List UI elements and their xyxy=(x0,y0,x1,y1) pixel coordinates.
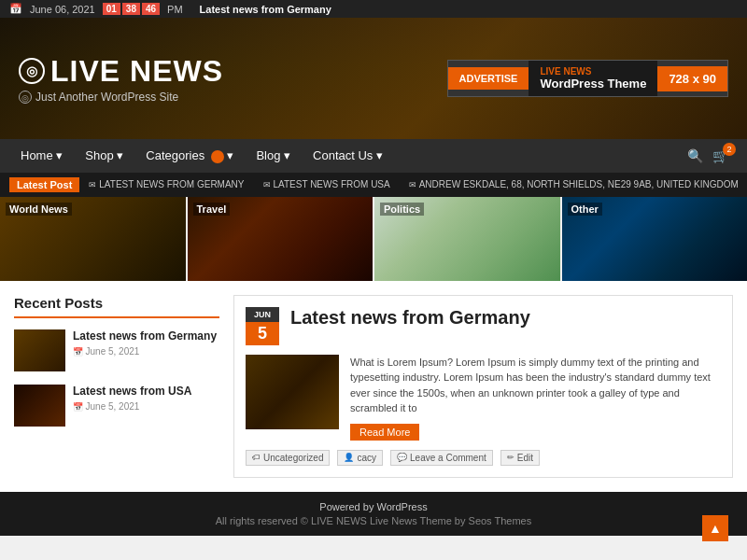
meta-category-label: Uncategorized xyxy=(263,453,323,463)
nav-item-shop[interactable]: Shop ▾ xyxy=(74,139,134,172)
latest-item-2: ANDREW ESKDALE, 68, NORTH SHIELDS, NE29 … xyxy=(409,179,738,189)
recent-post-info-0: Latest news from Germany June 5, 2021 xyxy=(73,329,217,357)
site-title: LIVE NEWS xyxy=(19,54,223,89)
ad-wp-theme: WordPress Theme xyxy=(540,77,646,91)
recent-post-date-0: June 5, 2021 xyxy=(73,346,217,357)
cat-other-label: Other xyxy=(568,203,602,216)
featured-post: Jun 5 Latest news from Germany What is L… xyxy=(233,295,733,478)
header-content: LIVE NEWS ◎ Just Another WordPress Site … xyxy=(0,54,747,104)
nav-link-home[interactable]: Home ▾ xyxy=(9,139,74,172)
sidebar: Recent Posts Latest news from Germany Ju… xyxy=(14,295,219,478)
featured-text: What is Lorem Ipsum? Lorem Ipsum is simp… xyxy=(350,355,721,441)
recent-post-title-0: Latest news from Germany xyxy=(73,329,217,344)
date-text: June 06, 2021 xyxy=(30,4,95,15)
read-more-button[interactable]: Read More xyxy=(350,424,419,441)
site-brand: LIVE NEWS ◎ Just Another WordPress Site xyxy=(19,54,223,104)
search-icon[interactable]: 🔍 xyxy=(687,148,703,163)
post-meta: 🏷 Uncategorized 👤 cacy 💬 Leave a Comment… xyxy=(246,450,721,466)
date-display: 📅 xyxy=(9,3,22,15)
categories-badge-icon xyxy=(211,150,224,163)
recent-thumb-0 xyxy=(14,329,65,371)
ad-left: ADVERTISE xyxy=(448,67,529,90)
compass-small-icon: ◎ xyxy=(19,91,32,104)
timer-hours: 01 xyxy=(103,3,120,15)
meta-category[interactable]: 🏷 Uncategorized xyxy=(246,450,330,466)
latest-item-0: LATEST NEWS FROM GERMANY xyxy=(89,179,244,189)
ampm: PM xyxy=(167,4,183,15)
date-badge: Jun 5 xyxy=(246,307,279,345)
cat-travel[interactable]: Travel xyxy=(188,197,374,281)
recent-post-title-1: Latest news from USA xyxy=(73,385,191,399)
timer-minutes: 38 xyxy=(122,3,140,15)
featured-post-title: Latest news from Germany xyxy=(290,307,530,329)
post-month: Jun xyxy=(246,307,279,322)
compass-icon xyxy=(19,58,45,84)
scroll-to-top-button[interactable]: ▲ xyxy=(702,515,728,536)
post-day: 5 xyxy=(258,324,267,343)
featured-image xyxy=(246,355,339,429)
meta-edit-label: Edit xyxy=(517,453,533,463)
cat-other[interactable]: Other xyxy=(562,197,748,281)
recent-post-date-1: June 5, 2021 xyxy=(73,401,191,412)
nav-link-contact[interactable]: Contact Us ▾ xyxy=(302,139,394,172)
cat-travel-label: Travel xyxy=(193,203,231,216)
edit-icon: ✏ xyxy=(507,453,514,462)
site-footer: Powered by WordPress All rights reserved… xyxy=(0,492,747,536)
recent-post-1[interactable]: Latest news from USA June 5, 2021 xyxy=(14,385,219,427)
cat-world-label: World News xyxy=(6,203,72,216)
nav-item-categories[interactable]: Categories ▾ xyxy=(134,139,245,173)
featured-post-header: Jun 5 Latest news from Germany xyxy=(246,307,721,345)
nav-link-categories[interactable]: Categories ▾ xyxy=(134,139,245,173)
top-headline: Latest news from Germany xyxy=(200,4,331,15)
recent-thumb-1 xyxy=(14,385,65,427)
latest-post-bar: Latest Post LATEST NEWS FROM GERMANY LAT… xyxy=(0,173,747,197)
nav-menu: Home ▾ Shop ▾ Categories ▾ Blog ▾ Contac… xyxy=(0,139,747,173)
ad-center: LIVE NEWS WordPress Theme xyxy=(529,61,657,96)
site-header: LIVE NEWS ◎ Just Another WordPress Site … xyxy=(0,18,747,139)
cart-icon-wrap[interactable]: 🛒 2 xyxy=(712,148,728,163)
featured-excerpt: What is Lorem Ipsum? Lorem Ipsum is simp… xyxy=(350,355,721,416)
ad-dimensions: 728 x 90 xyxy=(657,66,727,91)
nav-item-home[interactable]: Home ▾ xyxy=(9,139,74,172)
meta-edit[interactable]: ✏ Edit xyxy=(500,450,540,466)
nav-bar: Home ▾ Shop ▾ Categories ▾ Blog ▾ Contac… xyxy=(0,139,747,173)
ad-banner[interactable]: ADVERTISE LIVE NEWS WordPress Theme 728 … xyxy=(447,60,729,97)
meta-author-label: cacy xyxy=(357,453,376,463)
latest-post-label: Latest Post xyxy=(9,177,79,192)
sidebar-title: Recent Posts xyxy=(14,295,219,318)
featured-body: What is Lorem Ipsum? Lorem Ipsum is simp… xyxy=(246,355,721,441)
footer-copyright: All rights reserved © LIVE NEWS Live New… xyxy=(9,515,738,526)
top-bar: 📅 June 06, 2021 01 38 46 PM Latest news … xyxy=(0,0,747,18)
nav-link-blog[interactable]: Blog ▾ xyxy=(245,139,302,172)
timer: 01 38 46 xyxy=(103,3,160,15)
recent-post-info-1: Latest news from USA June 5, 2021 xyxy=(73,385,191,413)
latest-item-1: LATEST NEWS FROM USA xyxy=(263,179,390,189)
cat-politics-label: Politics xyxy=(380,203,424,216)
nav-item-blog[interactable]: Blog ▾ xyxy=(245,139,302,172)
recent-post-0[interactable]: Latest news from Germany June 5, 2021 xyxy=(14,329,219,371)
ad-live-news: LIVE NEWS xyxy=(540,66,646,77)
site-title-text: LIVE NEWS xyxy=(50,54,223,89)
author-icon: 👤 xyxy=(344,453,354,462)
nav-right-icons: 🔍 🛒 2 xyxy=(687,148,738,163)
site-subtitle-text: Just Another WordPress Site xyxy=(35,91,178,104)
main-content: Recent Posts Latest news from Germany Ju… xyxy=(0,281,747,492)
cat-politics[interactable]: Politics xyxy=(374,197,560,281)
category-grid: World News Travel Politics Other xyxy=(0,197,747,281)
timer-seconds: 46 xyxy=(142,3,160,15)
cart-badge: 2 xyxy=(723,143,736,156)
advertise-label: ADVERTISE xyxy=(459,73,518,84)
meta-author[interactable]: 👤 cacy xyxy=(337,450,383,466)
tag-icon: 🏷 xyxy=(252,453,261,462)
cat-world-news[interactable]: World News xyxy=(0,197,186,281)
comment-icon: 💬 xyxy=(397,453,407,462)
footer-powered: Powered by WordPress xyxy=(9,501,738,512)
latest-post-items: LATEST NEWS FROM GERMANY LATEST NEWS FRO… xyxy=(89,179,738,189)
meta-comments[interactable]: 💬 Leave a Comment xyxy=(390,450,493,466)
nav-link-shop[interactable]: Shop ▾ xyxy=(74,139,134,172)
site-subtitle: ◎ Just Another WordPress Site xyxy=(19,91,223,104)
nav-item-contact[interactable]: Contact Us ▾ xyxy=(302,139,394,172)
meta-comments-label: Leave a Comment xyxy=(410,453,486,463)
main-posts: Jun 5 Latest news from Germany What is L… xyxy=(233,295,733,478)
